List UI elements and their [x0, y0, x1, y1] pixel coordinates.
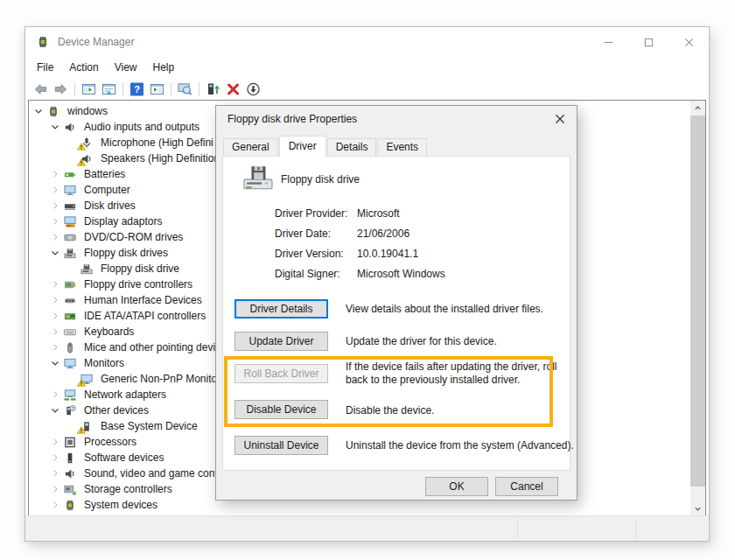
status-bar — [25, 515, 709, 541]
uninstall-device-description: Uninstall the device from the system (Ad… — [346, 439, 564, 452]
minimize-button[interactable] — [588, 27, 628, 57]
title-bar: Device Manager — [25, 27, 709, 57]
chevron-collapsed-icon[interactable] — [49, 200, 61, 212]
tab-driver[interactable]: Driver — [279, 136, 326, 157]
monitor-icon — [80, 373, 94, 386]
chevron-collapsed-icon[interactable] — [49, 341, 61, 354]
chevron-collapsed-icon[interactable] — [49, 168, 61, 180]
chevron-expanded-icon[interactable] — [49, 357, 61, 369]
driver-details-button[interactable]: Driver Details — [234, 299, 328, 318]
tree-item-label: Processors — [81, 436, 139, 448]
warning-icon — [77, 143, 86, 150]
tab-general[interactable]: General — [223, 138, 278, 156]
show-console-tree-button[interactable] — [79, 80, 99, 99]
scan-for-hardware-changes-button[interactable] — [175, 80, 195, 99]
status-bar-divider — [517, 519, 518, 538]
tree-item-label: Display adaptors — [81, 215, 164, 228]
tree-item-label: Base System Device — [98, 420, 200, 432]
audio-icon — [80, 152, 94, 165]
chevron-collapsed-icon[interactable] — [49, 452, 61, 464]
software-device-icon — [63, 452, 77, 465]
properties-dialog: Floppy disk drive Properties General Dri… — [215, 105, 578, 500]
hid-icon — [63, 294, 77, 307]
floppy-disk-drive-icon — [242, 164, 276, 192]
forward-button[interactable] — [51, 80, 71, 99]
svg-text:?: ? — [134, 84, 140, 94]
chevron-spacer — [66, 136, 78, 149]
disable-device-button[interactable]: Disable Device — [234, 400, 328, 419]
tree-item-label: Speakers (High Definition — [98, 152, 222, 164]
cd-drive-icon — [63, 231, 77, 244]
device-manager-icon — [63, 499, 77, 512]
processor-icon — [63, 436, 77, 449]
chevron-collapsed-icon[interactable] — [49, 436, 61, 448]
tree-item-label: Storage controllers — [81, 483, 175, 495]
chevron-spacer — [66, 262, 78, 275]
chevron-spacer — [66, 152, 78, 164]
update-driver-button[interactable]: Update Driver — [234, 332, 328, 351]
maximize-button[interactable] — [628, 27, 668, 57]
cancel-button[interactable]: Cancel — [495, 477, 558, 496]
chevron-collapsed-icon[interactable] — [49, 310, 61, 322]
help-button[interactable]: ? — [127, 80, 147, 99]
roll-back-driver-button[interactable]: Roll Back Driver — [234, 364, 328, 383]
tab-details[interactable]: Details — [327, 138, 377, 156]
chevron-expanded-icon[interactable] — [32, 105, 45, 117]
chevron-collapsed-icon[interactable] — [49, 483, 61, 495]
scroll-thumb[interactable] — [690, 116, 705, 486]
tree-scrollbar[interactable] — [690, 101, 705, 516]
device-manager-app-icon — [36, 35, 50, 49]
back-button[interactable] — [31, 80, 51, 99]
disk-drive-icon — [63, 200, 77, 213]
digital-signer-value: Microsoft Windows — [357, 268, 445, 280]
chevron-collapsed-icon[interactable] — [49, 278, 61, 290]
chevron-collapsed-icon[interactable] — [49, 184, 61, 196]
chevron-collapsed-icon[interactable] — [49, 388, 61, 401]
update-driver-toolbar-button[interactable] — [203, 80, 223, 99]
menu-file[interactable]: File — [29, 59, 61, 76]
chevron-collapsed-icon[interactable] — [49, 467, 61, 480]
driver-date-label: Driver Date: — [275, 228, 331, 240]
uninstall-toolbar-button[interactable] — [223, 80, 243, 99]
tree-item-label: DVD/CD-ROM drives — [81, 231, 186, 243]
chevron-expanded-icon[interactable] — [49, 247, 61, 259]
chevron-expanded-icon[interactable] — [49, 121, 61, 133]
properties-button[interactable] — [99, 80, 119, 99]
base-device-icon — [80, 420, 94, 433]
chevron-expanded-icon[interactable] — [49, 404, 61, 416]
device-name: Floppy disk drive — [281, 173, 360, 186]
uninstall-device-button[interactable]: Uninstall Device — [234, 436, 328, 455]
chevron-collapsed-icon[interactable] — [49, 499, 61, 511]
chevron-collapsed-icon[interactable] — [49, 231, 61, 243]
chevron-collapsed-icon[interactable] — [49, 215, 61, 228]
toolbar: ? — [25, 78, 709, 100]
chevron-spacer — [66, 420, 78, 432]
tab-events[interactable]: Events — [377, 138, 427, 156]
menu-action[interactable]: Action — [61, 59, 106, 76]
display-adapter-icon — [63, 215, 77, 228]
driver-date-value: 21/06/2006 — [357, 228, 410, 240]
tree-item-label: Other devices — [81, 404, 151, 416]
menu-view[interactable]: View — [107, 59, 145, 76]
tree-item-label: windows — [65, 105, 110, 117]
floppy-drive-icon — [63, 247, 77, 260]
dialog-close-button[interactable] — [551, 110, 569, 128]
window-title: Device Manager — [58, 36, 588, 48]
disable-toolbar-button[interactable] — [243, 80, 263, 99]
show-action-pane-button[interactable] — [147, 80, 167, 99]
update-driver-description: Update the driver for this device. — [346, 335, 564, 348]
ok-button[interactable]: OK — [425, 477, 488, 496]
tree-item-label: Software devices — [81, 452, 166, 464]
dialog-title-bar: Floppy disk drive Properties — [216, 106, 577, 132]
audio-icon — [63, 121, 77, 134]
chevron-collapsed-icon[interactable] — [49, 294, 61, 306]
menu-help[interactable]: Help — [145, 59, 183, 76]
close-button[interactable] — [668, 27, 709, 57]
scroll-up-arrow[interactable] — [690, 101, 705, 116]
chevron-spacer — [66, 373, 78, 385]
scroll-down-arrow[interactable] — [690, 501, 705, 516]
window-controls — [588, 27, 709, 57]
tree-item-label: Floppy disk drives — [81, 247, 171, 259]
chevron-collapsed-icon[interactable] — [49, 326, 61, 338]
tab-bar: General Driver Details Events — [223, 136, 428, 157]
